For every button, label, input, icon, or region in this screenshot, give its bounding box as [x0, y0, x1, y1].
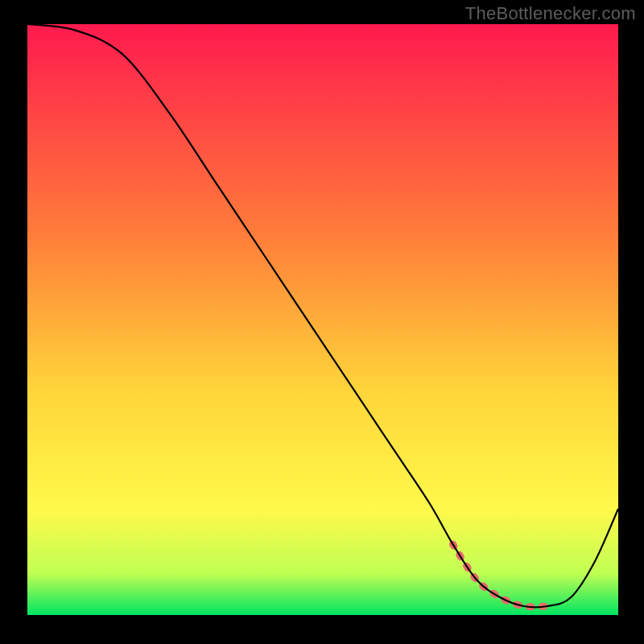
gradient-background	[27, 24, 618, 615]
plot-area	[27, 24, 618, 615]
chart-frame: { "watermark": "TheBottlenecker.com", "c…	[0, 0, 644, 644]
chart-svg	[27, 24, 618, 615]
watermark-text: TheBottlenecker.com	[465, 3, 636, 24]
